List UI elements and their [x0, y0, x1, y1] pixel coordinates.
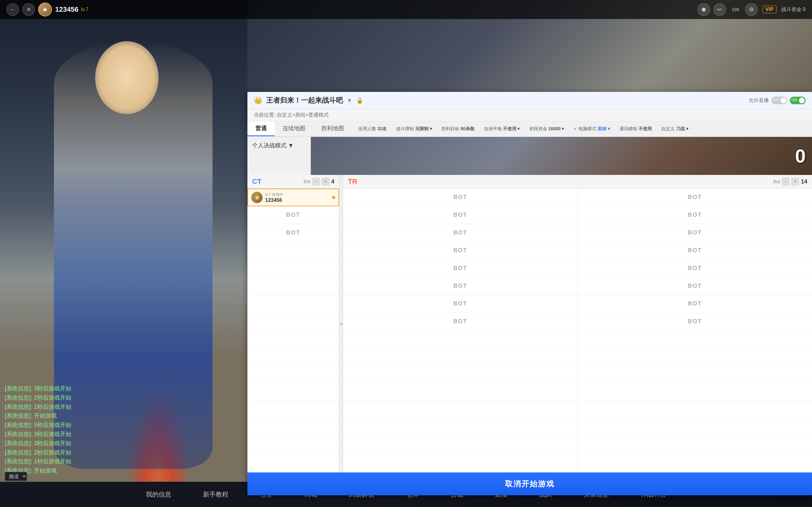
- tr-bot-13: BOT: [578, 260, 812, 277]
- channel-dropdown[interactable]: 频道: [5, 472, 27, 481]
- settings-icon[interactable]: ⚙: [745, 3, 758, 16]
- user-level: lv.7: [81, 7, 89, 12]
- initial-funds-label: 初段资金 16000 ▾: [529, 126, 564, 132]
- comm-label: 通讯模组 不使用: [619, 126, 652, 132]
- game-panel: 👑 王者归来！一起来战斗吧 ▼ 🔒 允许直播 OFF ON 当前位置: 自定义>…: [247, 92, 812, 495]
- user-info: 123456 lv.7: [55, 5, 89, 14]
- chat-message: [系统信息]: 2秒后游戏开始: [5, 448, 125, 457]
- tr-empty-1: [343, 331, 577, 348]
- player-level: lv.7 游戏中: [265, 192, 329, 198]
- tr-bot-grid: BOT BOT BOT BOT BOT BOT BOT BOT: [343, 188, 812, 472]
- tr-empty-7: [343, 437, 577, 455]
- tr-empty-16: [578, 455, 812, 472]
- ct-header: CT Bot − + 4: [247, 175, 339, 188]
- tr-empty-11: [578, 366, 812, 384]
- ct-empty-12: [247, 437, 339, 455]
- divider-dot-3: [342, 323, 343, 325]
- tr-empty-10: [578, 348, 812, 366]
- tr-bot-minus[interactable]: −: [782, 178, 790, 185]
- nav-tutorial[interactable]: 新手教程: [200, 489, 232, 500]
- ct-empty-5: [247, 313, 339, 331]
- tr-bot-16: BOT: [578, 313, 812, 331]
- panel-header: 👑 王者归来！一起来战斗吧 ▼ 🔒 允许直播 OFF ON: [247, 92, 812, 109]
- online-indicator: [332, 196, 335, 199]
- teams-area: CT Bot − + 4 ⭐ lv.7 游戏中 123456 BOT: [247, 175, 812, 472]
- ct-empty-8: [247, 366, 339, 384]
- tr-empty-2: [343, 348, 577, 366]
- ct-bot-slot-2: BOT: [247, 224, 339, 242]
- ct-empty-4: [247, 295, 339, 313]
- mode-selector[interactable]: 个人决战模式 ▼: [247, 137, 311, 175]
- record-icon[interactable]: ⏺: [698, 3, 710, 16]
- chat-message: [系统信息]: 1秒后游戏开始: [5, 402, 125, 412]
- settings-bar: 应用人数 32名 战斗障制 无限制 ▾ 胜利目标 80杀散 自动平衡 不使用 ▾…: [352, 121, 812, 136]
- chat-message: [系统信息]: 1秒后游戏开始: [5, 457, 125, 466]
- tr-header: TR Bot − + 14: [343, 175, 812, 188]
- ct-player-human[interactable]: ⭐ lv.7 游戏中 123456: [247, 188, 339, 206]
- ct-empty-3: [247, 277, 339, 295]
- crown-icon: 👑: [254, 96, 262, 105]
- battle-limit-label: 战斗障制 无限制 ▾: [396, 126, 432, 132]
- ct-bot-count: 4: [331, 178, 334, 185]
- top-left-controls: ← ✕ ★ 123456 lv.7: [6, 3, 89, 16]
- back-icon[interactable]: ↩: [713, 3, 726, 16]
- channel-selector[interactable]: 频道: [5, 472, 27, 481]
- tr-bot-plus[interactable]: +: [792, 178, 799, 185]
- chat-log: [系统信息]: 3秒后游戏开始 [系统信息]: 2秒后游戏开始 [系统信息]: …: [5, 384, 125, 475]
- mode-label[interactable]: 个人决战模式 ▼: [252, 142, 306, 149]
- ct-bot-slot-1: BOT: [247, 206, 339, 224]
- nav-my-info[interactable]: 我的信息: [143, 489, 174, 500]
- system-icons: ⏺ ↩ 336 ⚙: [698, 3, 758, 16]
- players-label: 应用人数 32名: [358, 126, 387, 132]
- tr-empty-14: [578, 419, 812, 437]
- tr-col-1: BOT BOT BOT BOT BOT BOT BOT BOT: [343, 188, 578, 472]
- stream-toggle-on[interactable]: ON: [790, 97, 806, 104]
- room-config: 个人决战模式 ▼ 0: [247, 137, 812, 175]
- map-score: 0: [795, 145, 806, 167]
- ct-empty-6: [247, 331, 339, 348]
- ct-empty-2: [247, 260, 339, 277]
- ct-bot-label-1: BOT: [287, 212, 300, 218]
- player-info: lv.7 游戏中 123456: [265, 192, 329, 203]
- tr-bot-8: BOT: [343, 313, 577, 331]
- ct-empty-7: [247, 348, 339, 366]
- tr-empty-13: [578, 401, 812, 419]
- close-button[interactable]: ✕: [22, 3, 35, 16]
- chat-message: [系统信息]: 3秒后游戏开始: [5, 384, 125, 393]
- auto-balance-label: 自动平衡 不使用 ▾: [484, 126, 520, 132]
- username: 123456: [55, 5, 78, 14]
- ct-bot-plus[interactable]: +: [322, 178, 329, 185]
- stream-label: 允许直播: [749, 97, 769, 104]
- avatar[interactable]: ★: [38, 3, 52, 16]
- tr-bot-4: BOT: [343, 242, 577, 260]
- tab-victory-map[interactable]: 胜利地图: [313, 121, 352, 136]
- stream-toggle-off[interactable]: OFF: [771, 97, 787, 104]
- mode-tabs: 普通 连续地图 胜利地图: [247, 121, 352, 136]
- tr-bot-11: BOT: [578, 224, 812, 242]
- mode-label-text: 个人决战模式 ▼: [252, 142, 294, 149]
- tr-empty-6: [343, 419, 577, 437]
- back-button[interactable]: ←: [6, 3, 19, 16]
- tr-bot-14: BOT: [578, 277, 812, 295]
- tr-bot-label: Bot: [773, 179, 780, 184]
- tr-bot-1: BOT: [343, 188, 577, 206]
- ai-mode-label: ✓ 电脑模式 困难 ▾: [573, 126, 610, 132]
- victory-target-label: 胜利目标 80杀散: [442, 126, 474, 132]
- team-tr: TR Bot − + 14 BOT BOT BOT BOT BOT BOT BO…: [343, 175, 812, 472]
- cancel-start-button[interactable]: 取消开始游戏: [247, 472, 812, 495]
- custom-label: 自定义 刀战 ▾: [661, 126, 688, 132]
- ct-bot-minus[interactable]: −: [312, 178, 320, 185]
- tr-col-2: BOT BOT BOT BOT BOT BOT BOT BOT: [578, 188, 812, 472]
- ct-empty-13: [247, 455, 339, 472]
- tab-sequential-map[interactable]: 连续地图: [275, 121, 313, 136]
- battle-funds: 战斗资金 0: [781, 6, 806, 13]
- team-divider: [339, 175, 343, 472]
- chat-message: [系统信息]: 3秒后游戏开始: [5, 430, 125, 439]
- character-head: [95, 41, 159, 114]
- top-bar: ← ✕ ★ 123456 lv.7 ⏺ ↩ 336 ⚙ VIP 战斗资金 0: [0, 0, 812, 19]
- tab-normal[interactable]: 普通: [247, 121, 275, 136]
- chat-message: [系统信息]: 2秒后游戏开始: [5, 393, 125, 402]
- ct-bot-controls: Bot − +: [304, 178, 329, 185]
- map-preview: 0: [311, 137, 812, 175]
- tr-empty-9: [578, 331, 812, 348]
